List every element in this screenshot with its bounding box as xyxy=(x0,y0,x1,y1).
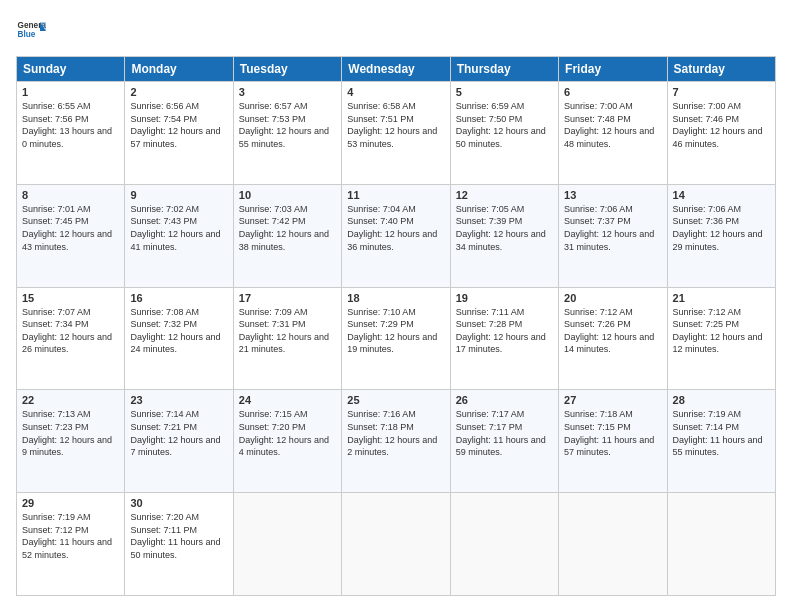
day-number: 15 xyxy=(22,292,119,304)
week-row-0: 1 Sunrise: 6:55 AM Sunset: 7:56 PM Dayli… xyxy=(17,82,776,185)
day-info: Sunrise: 7:18 AM Sunset: 7:15 PM Dayligh… xyxy=(564,409,654,457)
day-number: 7 xyxy=(673,86,770,98)
day-number: 6 xyxy=(564,86,661,98)
day-cell: 3 Sunrise: 6:57 AM Sunset: 7:53 PM Dayli… xyxy=(233,82,341,185)
day-info: Sunrise: 7:01 AM Sunset: 7:45 PM Dayligh… xyxy=(22,204,112,252)
day-info: Sunrise: 7:08 AM Sunset: 7:32 PM Dayligh… xyxy=(130,307,220,355)
day-cell xyxy=(450,493,558,596)
day-info: Sunrise: 7:06 AM Sunset: 7:37 PM Dayligh… xyxy=(564,204,654,252)
day-number: 13 xyxy=(564,189,661,201)
day-number: 5 xyxy=(456,86,553,98)
day-info: Sunrise: 7:14 AM Sunset: 7:21 PM Dayligh… xyxy=(130,409,220,457)
day-number: 1 xyxy=(22,86,119,98)
day-info: Sunrise: 7:12 AM Sunset: 7:26 PM Dayligh… xyxy=(564,307,654,355)
day-info: Sunrise: 7:17 AM Sunset: 7:17 PM Dayligh… xyxy=(456,409,546,457)
day-info: Sunrise: 7:12 AM Sunset: 7:25 PM Dayligh… xyxy=(673,307,763,355)
day-number: 23 xyxy=(130,394,227,406)
day-info: Sunrise: 7:04 AM Sunset: 7:40 PM Dayligh… xyxy=(347,204,437,252)
day-number: 30 xyxy=(130,497,227,509)
day-cell: 30 Sunrise: 7:20 AM Sunset: 7:11 PM Dayl… xyxy=(125,493,233,596)
day-info: Sunrise: 7:19 AM Sunset: 7:14 PM Dayligh… xyxy=(673,409,763,457)
day-cell xyxy=(342,493,450,596)
day-info: Sunrise: 6:55 AM Sunset: 7:56 PM Dayligh… xyxy=(22,101,112,149)
day-info: Sunrise: 6:57 AM Sunset: 7:53 PM Dayligh… xyxy=(239,101,329,149)
day-cell xyxy=(559,493,667,596)
day-info: Sunrise: 7:09 AM Sunset: 7:31 PM Dayligh… xyxy=(239,307,329,355)
day-cell: 19 Sunrise: 7:11 AM Sunset: 7:28 PM Dayl… xyxy=(450,287,558,390)
day-number: 17 xyxy=(239,292,336,304)
day-cell: 24 Sunrise: 7:15 AM Sunset: 7:20 PM Dayl… xyxy=(233,390,341,493)
day-cell: 2 Sunrise: 6:56 AM Sunset: 7:54 PM Dayli… xyxy=(125,82,233,185)
calendar: Sunday Monday Tuesday Wednesday Thursday… xyxy=(16,56,776,596)
day-info: Sunrise: 7:07 AM Sunset: 7:34 PM Dayligh… xyxy=(22,307,112,355)
header-row: Sunday Monday Tuesday Wednesday Thursday… xyxy=(17,57,776,82)
svg-text:Blue: Blue xyxy=(18,30,36,39)
day-info: Sunrise: 7:00 AM Sunset: 7:46 PM Dayligh… xyxy=(673,101,763,149)
day-cell: 21 Sunrise: 7:12 AM Sunset: 7:25 PM Dayl… xyxy=(667,287,775,390)
day-info: Sunrise: 6:56 AM Sunset: 7:54 PM Dayligh… xyxy=(130,101,220,149)
day-info: Sunrise: 7:06 AM Sunset: 7:36 PM Dayligh… xyxy=(673,204,763,252)
day-number: 27 xyxy=(564,394,661,406)
day-info: Sunrise: 7:10 AM Sunset: 7:29 PM Dayligh… xyxy=(347,307,437,355)
day-info: Sunrise: 7:03 AM Sunset: 7:42 PM Dayligh… xyxy=(239,204,329,252)
day-number: 2 xyxy=(130,86,227,98)
day-number: 24 xyxy=(239,394,336,406)
day-cell: 20 Sunrise: 7:12 AM Sunset: 7:26 PM Dayl… xyxy=(559,287,667,390)
day-cell: 5 Sunrise: 6:59 AM Sunset: 7:50 PM Dayli… xyxy=(450,82,558,185)
day-cell: 18 Sunrise: 7:10 AM Sunset: 7:29 PM Dayl… xyxy=(342,287,450,390)
day-info: Sunrise: 6:59 AM Sunset: 7:50 PM Dayligh… xyxy=(456,101,546,149)
day-number: 14 xyxy=(673,189,770,201)
day-info: Sunrise: 7:11 AM Sunset: 7:28 PM Dayligh… xyxy=(456,307,546,355)
day-number: 10 xyxy=(239,189,336,201)
col-tuesday: Tuesday xyxy=(233,57,341,82)
day-cell: 14 Sunrise: 7:06 AM Sunset: 7:36 PM Dayl… xyxy=(667,184,775,287)
week-row-4: 29 Sunrise: 7:19 AM Sunset: 7:12 PM Dayl… xyxy=(17,493,776,596)
calendar-table: Sunday Monday Tuesday Wednesday Thursday… xyxy=(16,56,776,596)
logo-icon: General Blue xyxy=(16,16,46,46)
day-number: 11 xyxy=(347,189,444,201)
col-wednesday: Wednesday xyxy=(342,57,450,82)
header: General Blue xyxy=(16,16,776,46)
page: General Blue Sunday Monday Tuesday Wedne… xyxy=(0,0,792,612)
day-cell: 6 Sunrise: 7:00 AM Sunset: 7:48 PM Dayli… xyxy=(559,82,667,185)
day-info: Sunrise: 7:19 AM Sunset: 7:12 PM Dayligh… xyxy=(22,512,112,560)
day-number: 8 xyxy=(22,189,119,201)
week-row-3: 22 Sunrise: 7:13 AM Sunset: 7:23 PM Dayl… xyxy=(17,390,776,493)
col-saturday: Saturday xyxy=(667,57,775,82)
day-cell: 1 Sunrise: 6:55 AM Sunset: 7:56 PM Dayli… xyxy=(17,82,125,185)
logo: General Blue xyxy=(16,16,46,46)
col-thursday: Thursday xyxy=(450,57,558,82)
day-number: 20 xyxy=(564,292,661,304)
day-cell xyxy=(667,493,775,596)
day-cell: 7 Sunrise: 7:00 AM Sunset: 7:46 PM Dayli… xyxy=(667,82,775,185)
day-cell: 4 Sunrise: 6:58 AM Sunset: 7:51 PM Dayli… xyxy=(342,82,450,185)
col-monday: Monday xyxy=(125,57,233,82)
day-cell: 13 Sunrise: 7:06 AM Sunset: 7:37 PM Dayl… xyxy=(559,184,667,287)
day-number: 4 xyxy=(347,86,444,98)
day-number: 19 xyxy=(456,292,553,304)
day-info: Sunrise: 7:13 AM Sunset: 7:23 PM Dayligh… xyxy=(22,409,112,457)
day-info: Sunrise: 7:02 AM Sunset: 7:43 PM Dayligh… xyxy=(130,204,220,252)
day-info: Sunrise: 7:00 AM Sunset: 7:48 PM Dayligh… xyxy=(564,101,654,149)
day-info: Sunrise: 6:58 AM Sunset: 7:51 PM Dayligh… xyxy=(347,101,437,149)
day-number: 26 xyxy=(456,394,553,406)
day-cell: 27 Sunrise: 7:18 AM Sunset: 7:15 PM Dayl… xyxy=(559,390,667,493)
day-cell: 28 Sunrise: 7:19 AM Sunset: 7:14 PM Dayl… xyxy=(667,390,775,493)
day-cell: 26 Sunrise: 7:17 AM Sunset: 7:17 PM Dayl… xyxy=(450,390,558,493)
day-number: 28 xyxy=(673,394,770,406)
day-cell: 10 Sunrise: 7:03 AM Sunset: 7:42 PM Dayl… xyxy=(233,184,341,287)
day-number: 22 xyxy=(22,394,119,406)
day-number: 16 xyxy=(130,292,227,304)
day-number: 21 xyxy=(673,292,770,304)
day-info: Sunrise: 7:05 AM Sunset: 7:39 PM Dayligh… xyxy=(456,204,546,252)
week-row-1: 8 Sunrise: 7:01 AM Sunset: 7:45 PM Dayli… xyxy=(17,184,776,287)
day-number: 12 xyxy=(456,189,553,201)
day-number: 25 xyxy=(347,394,444,406)
day-cell: 22 Sunrise: 7:13 AM Sunset: 7:23 PM Dayl… xyxy=(17,390,125,493)
day-number: 29 xyxy=(22,497,119,509)
day-number: 18 xyxy=(347,292,444,304)
day-cell: 8 Sunrise: 7:01 AM Sunset: 7:45 PM Dayli… xyxy=(17,184,125,287)
day-info: Sunrise: 7:16 AM Sunset: 7:18 PM Dayligh… xyxy=(347,409,437,457)
col-friday: Friday xyxy=(559,57,667,82)
day-cell: 15 Sunrise: 7:07 AM Sunset: 7:34 PM Dayl… xyxy=(17,287,125,390)
